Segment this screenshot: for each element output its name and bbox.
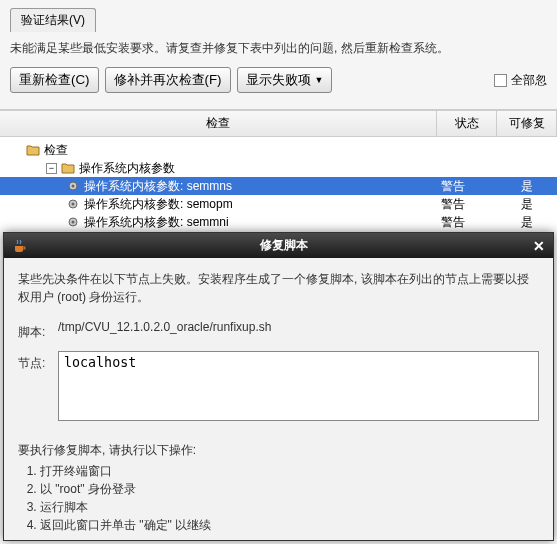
- tree-root[interactable]: 检查: [0, 141, 557, 159]
- gear-icon: [66, 180, 80, 192]
- tree-group[interactable]: − 操作系统内核参数: [0, 159, 557, 177]
- instruction-text: 未能满足某些最低安装要求。请复查并修复下表中列出的问题, 然后重新检查系统。: [10, 40, 547, 57]
- col-header-status: 状态: [437, 111, 497, 136]
- tree-item[interactable]: 操作系统内核参数: semopm 警告 是: [0, 195, 557, 213]
- instructions-header: 要执行修复脚本, 请执行以下操作:: [18, 442, 539, 459]
- fixable-cell: 是: [497, 214, 557, 231]
- instruction-step: 以 "root" 身份登录: [40, 481, 539, 498]
- fix-recheck-button[interactable]: 修补并再次检查(F): [105, 67, 231, 93]
- dialog-title: 修复脚本: [34, 237, 533, 254]
- checkbox-icon: [494, 74, 507, 87]
- java-icon: [12, 238, 28, 254]
- tab-validation-results[interactable]: 验证结果(V): [10, 8, 96, 32]
- instruction-step: 打开终端窗口: [40, 463, 539, 480]
- gear-icon: [66, 216, 80, 228]
- node-list-textarea[interactable]: [58, 351, 539, 421]
- folder-icon: [26, 144, 40, 156]
- svg-point-5: [72, 221, 75, 224]
- chevron-down-icon: ▼: [315, 75, 324, 85]
- show-failed-dropdown[interactable]: 显示失败项 ▼: [237, 67, 333, 93]
- node-label: 节点:: [18, 351, 58, 372]
- tree-root-label: 检查: [44, 142, 437, 159]
- status-cell: 警告: [437, 214, 497, 231]
- svg-point-3: [72, 203, 75, 206]
- recheck-button[interactable]: 重新检查(C): [10, 67, 99, 93]
- tree-item[interactable]: 操作系统内核参数: semmns 警告 是: [0, 177, 557, 195]
- tree-item-label: 操作系统内核参数: semmni: [84, 214, 437, 231]
- instruction-step: 返回此窗口并单击 "确定" 以继续: [40, 517, 539, 534]
- ignore-all-checkbox[interactable]: 全部忽: [494, 72, 547, 89]
- ignore-all-label: 全部忽: [511, 72, 547, 89]
- script-label: 脚本:: [18, 320, 58, 341]
- dialog-message: 某些先决条件在以下节点上失败。安装程序生成了一个修复脚本, 该脚本在列出的节点上…: [18, 270, 539, 306]
- status-cell: 警告: [437, 196, 497, 213]
- fix-script-dialog: 修复脚本 ✕ 某些先决条件在以下节点上失败。安装程序生成了一个修复脚本, 该脚本…: [3, 232, 554, 541]
- close-icon[interactable]: ✕: [533, 238, 545, 254]
- col-header-fixable: 可修复: [497, 111, 557, 136]
- folder-icon: [61, 162, 75, 174]
- status-cell: 警告: [437, 178, 497, 195]
- col-header-check: 检查: [0, 111, 437, 136]
- gear-icon: [66, 198, 80, 210]
- instruction-step: 运行脚本: [40, 499, 539, 516]
- script-path: /tmp/CVU_12.1.0.2.0_oracle/runfixup.sh: [58, 320, 539, 334]
- tree-item-label: 操作系统内核参数: semmns: [84, 178, 437, 195]
- fixable-cell: 是: [497, 178, 557, 195]
- tree-group-label: 操作系统内核参数: [79, 160, 437, 177]
- fixable-cell: 是: [497, 196, 557, 213]
- tree-item-label: 操作系统内核参数: semopm: [84, 196, 437, 213]
- show-failed-label: 显示失败项: [246, 71, 311, 89]
- tree-item[interactable]: 操作系统内核参数: semmni 警告 是: [0, 213, 557, 231]
- collapse-icon[interactable]: −: [46, 163, 57, 174]
- svg-point-1: [72, 185, 75, 188]
